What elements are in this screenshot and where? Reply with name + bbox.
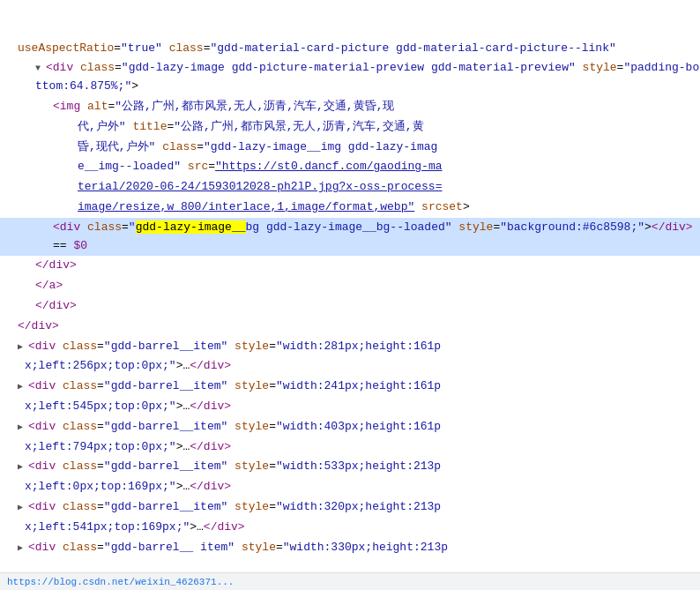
dom-line-4-selected[interactable]: <div class="gdd-lazy-image__bg gdd-lazy-… [0,218,700,257]
bottom-bar-link[interactable]: https://blog.csdn.net/weixin_4626371... [7,577,234,587]
src-link[interactable]: "https://st0.dancf.com/gaoding-ma [215,160,442,173]
devtools-panel: useAspectRatio="true" class="gdd-materia… [0,0,700,590]
dom-line-3e: terial/2020-06-24/1593012028-ph2lP.jpg?x… [0,177,700,198]
dom-barrel-1-line2: x;left:256px;top:0px;">…</div> [0,356,700,377]
dom-line-2[interactable]: <div class="gdd-lazy-image gdd-picture-m… [0,58,700,97]
class-highlight: gdd-lazy-image__ [136,220,246,234]
dom-barrel-4-line2: x;left:0px;top:169px;">…</div> [0,477,700,497]
dom-tree: useAspectRatio="true" class="gdd-materia… [0,0,700,559]
dom-barrel-3-line1[interactable]: <div class="gdd-barrel__item" style="wid… [0,417,700,437]
dom-line-5: </div> [0,256,700,276]
dom-barrel-5-line1[interactable]: <div class="gdd-barrel__item" style="wid… [0,497,700,518]
dom-barrel-1-line1[interactable]: <div class="gdd-barrel__item" style="wid… [0,337,700,357]
bottom-bar: https://blog.csdn.net/weixin_4626371... [0,572,700,590]
dom-line-3-img: <img alt="公路,广州,都市风景,无人,沥青,汽车,交通,黄昏,现 [0,97,700,117]
dom-line-3b: 代,户外" title="公路,广州,都市风景,无人,沥青,汽车,交通,黄 [0,117,700,138]
expand-arrow-barrel1[interactable] [18,338,28,356]
dom-line-7: </div> [0,296,700,317]
dom-line-3d: e__img--loaded" src="https://st0.dancf.c… [0,157,700,177]
dom-barrel-3-line2: x;left:794px;top:0px;">…</div> [0,437,700,458]
dom-barrel-4-line1[interactable]: <div class="gdd-barrel__item" style="wid… [0,457,700,477]
dom-line-8: </div> [0,317,700,337]
dom-line-3c: 昏,现代,户外" class="gdd-lazy-image__img gdd-… [0,138,700,158]
dom-barrel-2-line1[interactable]: <div class="gdd-barrel__item" style="wid… [0,377,700,397]
dom-line-6: </a> [0,276,700,296]
dom-line-1[interactable]: useAspectRatio="true" class="gdd-materia… [0,39,700,59]
dom-line-3f: image/resize,w_800/interlace,1,image/for… [0,198,700,218]
dom-barrel-last[interactable]: <div class="gdd-barrel__ item" style="wi… [0,538,700,558]
dom-barrel-2-line2: x;left:545px;top:0px;">…</div> [0,397,700,417]
dom-barrel-5-line2: x;left:541px;top:169px;">…</div> [0,518,700,538]
expand-arrow-2[interactable] [35,59,46,78]
